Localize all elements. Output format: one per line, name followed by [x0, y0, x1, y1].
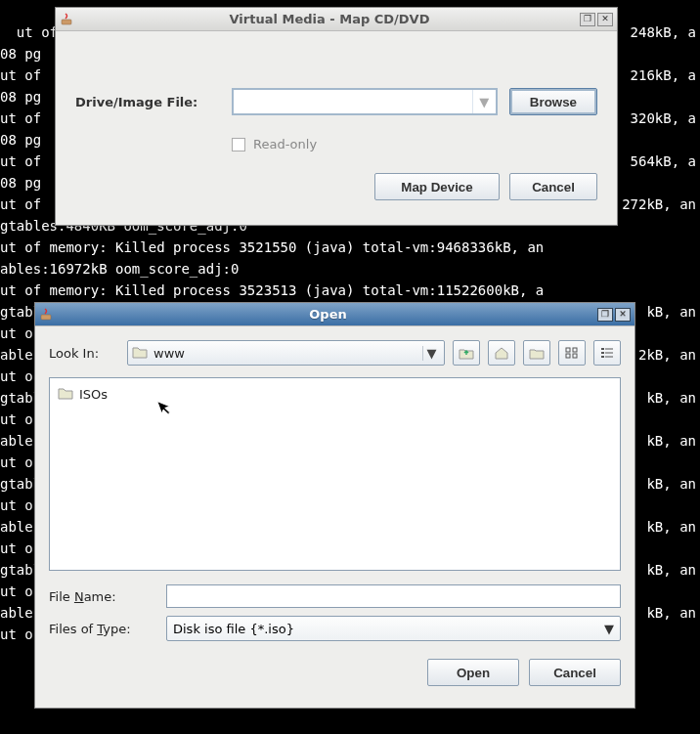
svg-rect-3 — [573, 348, 577, 352]
svg-rect-4 — [566, 354, 570, 358]
open-file-dialog: Open ❐ ✕ Look In: www ▼ — [34, 302, 635, 709]
new-folder-button[interactable] — [523, 340, 550, 366]
list-view-button[interactable] — [558, 340, 586, 366]
home-button[interactable] — [488, 340, 515, 366]
drive-image-input[interactable] — [234, 90, 472, 113]
chevron-down-icon[interactable]: ▼ — [472, 90, 496, 113]
java-app-icon — [39, 307, 55, 323]
svg-rect-0 — [62, 20, 71, 24]
mouse-cursor-icon — [156, 396, 177, 420]
details-view-button[interactable] — [593, 340, 621, 366]
readonly-checkbox[interactable] — [232, 138, 245, 151]
virtual-media-dialog: Virtual Media - Map CD/DVD ❐ ✕ Drive/Ima… — [55, 7, 618, 226]
svg-rect-11 — [605, 357, 613, 358]
open-title: Open — [61, 307, 595, 322]
vm-title: Virtual Media - Map CD/DVD — [81, 12, 578, 26]
open-titlebar[interactable]: Open ❐ ✕ — [35, 303, 634, 326]
file-name-input[interactable] — [166, 584, 621, 608]
close-button[interactable]: ✕ — [597, 13, 613, 26]
svg-rect-10 — [601, 356, 604, 358]
browse-button[interactable]: Browse — [509, 88, 597, 115]
close-button[interactable]: ✕ — [615, 308, 631, 322]
readonly-label: Read-only — [253, 137, 317, 151]
maximize-button[interactable]: ❐ — [580, 13, 595, 26]
chevron-down-icon[interactable]: ▼ — [604, 622, 614, 636]
svg-rect-8 — [601, 352, 604, 354]
folder-name: ISOs — [79, 387, 108, 402]
java-app-icon — [60, 12, 75, 27]
file-list[interactable]: ISOs — [49, 377, 621, 571]
drive-image-label: Drive/Image File: — [75, 95, 232, 109]
svg-rect-1 — [41, 315, 51, 320]
folder-icon — [132, 345, 148, 362]
file-type-label: Files of Type: — [49, 622, 166, 636]
vm-titlebar[interactable]: Virtual Media - Map CD/DVD ❐ ✕ — [56, 8, 617, 31]
maximize-button[interactable]: ❐ — [597, 308, 613, 322]
up-folder-button[interactable] — [453, 340, 480, 366]
svg-rect-6 — [601, 348, 604, 350]
file-name-label: File Name: — [49, 589, 166, 604]
folder-item[interactable]: ISOs — [56, 384, 109, 405]
svg-rect-5 — [573, 354, 577, 358]
cancel-button[interactable]: Cancel — [509, 173, 597, 200]
svg-rect-7 — [605, 349, 613, 350]
folder-icon — [58, 386, 73, 403]
svg-rect-2 — [566, 348, 570, 352]
chevron-down-icon[interactable]: ▼ — [422, 346, 440, 361]
look-in-label: Look In: — [49, 346, 119, 361]
drive-image-combo[interactable]: ▼ — [232, 88, 498, 115]
cancel-button[interactable]: Cancel — [529, 659, 621, 686]
current-directory: www — [153, 346, 422, 361]
file-type-dropdown[interactable]: Disk iso file {*.iso} ▼ — [166, 616, 621, 641]
look-in-dropdown[interactable]: www ▼ — [127, 340, 445, 366]
map-device-button[interactable]: Map Device — [374, 173, 500, 200]
open-button[interactable]: Open — [427, 659, 519, 686]
svg-rect-9 — [605, 353, 613, 354]
file-type-value: Disk iso file {*.iso} — [173, 622, 294, 636]
